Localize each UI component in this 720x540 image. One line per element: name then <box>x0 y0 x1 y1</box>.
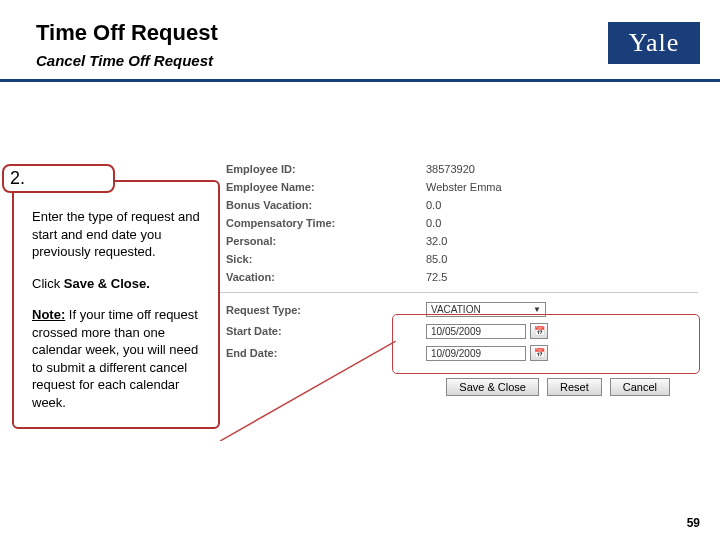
value-vacation: 72.5 <box>426 271 698 283</box>
form-divider <box>176 292 698 293</box>
value-employee-name: Webster Emma <box>426 181 698 193</box>
row-request-type: * Request Type: VACATION ▼ <box>176 299 698 320</box>
instruction-text-1: Enter the type of request and start and … <box>32 208 208 261</box>
slide-header: Time Off Request Cancel Time Off Request… <box>0 0 720 82</box>
value-bonus-vacation: 0.0 <box>426 199 698 211</box>
instructions-box: Enter the type of request and start and … <box>12 180 220 429</box>
reset-button[interactable]: Reset <box>547 378 602 396</box>
field-compensatory-time: Compensatory Time: 0.0 <box>176 214 698 232</box>
cancel-button[interactable]: Cancel <box>610 378 670 396</box>
request-type-value: VACATION <box>431 304 481 315</box>
label-vacation: Vacation: <box>226 271 426 283</box>
time-off-form: Employee ID: 38573920 Employee Name: Web… <box>176 160 698 396</box>
label-request-type: Request Type: <box>226 304 426 316</box>
field-employee-name: Employee Name: Webster Emma <box>176 178 698 196</box>
calendar-icon[interactable]: 📅 <box>530 345 548 361</box>
chevron-down-icon: ▼ <box>533 305 541 314</box>
save-close-button[interactable]: Save & Close <box>446 378 539 396</box>
request-type-select[interactable]: VACATION ▼ <box>426 302 546 317</box>
row-start-date: * Start Date: 10/05/2009 📅 <box>176 320 698 342</box>
label-employee-name: Employee Name: <box>226 181 426 193</box>
button-row: Save & Close Reset Cancel <box>176 364 698 396</box>
value-compensatory-time: 0.0 <box>426 217 698 229</box>
label-end-date: End Date: <box>226 347 426 359</box>
field-employee-id: Employee ID: 38573920 <box>176 160 698 178</box>
step-number-badge: 2. <box>2 164 115 193</box>
field-bonus-vacation: Bonus Vacation: 0.0 <box>176 196 698 214</box>
yale-logo: Yale <box>608 22 700 64</box>
value-personal: 32.0 <box>426 235 698 247</box>
label-compensatory-time: Compensatory Time: <box>226 217 426 229</box>
value-sick: 85.0 <box>426 253 698 265</box>
page-number: 59 <box>687 516 700 530</box>
label-sick: Sick: <box>226 253 426 265</box>
instruction-note: Note: If your time off request crossed m… <box>32 306 208 411</box>
instruction-text-2: Click Save & Close. <box>32 275 208 293</box>
field-personal: Personal: 32.0 <box>176 232 698 250</box>
calendar-icon[interactable]: 📅 <box>530 323 548 339</box>
label-bonus-vacation: Bonus Vacation: <box>226 199 426 211</box>
label-employee-id: Employee ID: <box>226 163 426 175</box>
label-start-date: Start Date: <box>226 325 426 337</box>
field-sick: Sick: 85.0 <box>176 250 698 268</box>
row-end-date: * End Date: 10/09/2009 📅 <box>176 342 698 364</box>
field-vacation: Vacation: 72.5 <box>176 268 698 286</box>
value-employee-id: 38573920 <box>426 163 698 175</box>
end-date-input[interactable]: 10/09/2009 <box>426 346 526 361</box>
label-personal: Personal: <box>226 235 426 247</box>
start-date-input[interactable]: 10/05/2009 <box>426 324 526 339</box>
